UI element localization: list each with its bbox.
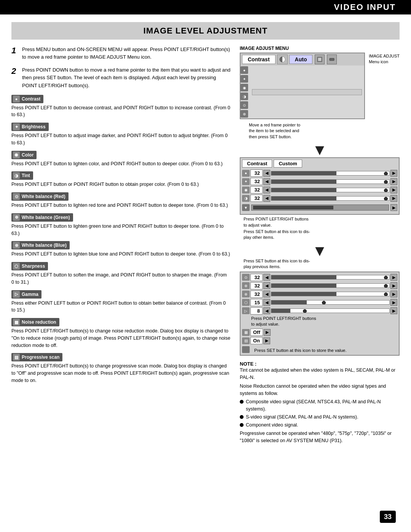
svg-rect-2 bbox=[318, 58, 321, 61]
row-right-btn-b0[interactable]: ▶ bbox=[390, 274, 397, 281]
contrast-tab[interactable]: Contrast bbox=[242, 55, 276, 64]
li-brightness: ✦ bbox=[241, 75, 248, 83]
row-right-btn-b4[interactable]: ▶ bbox=[390, 307, 397, 314]
section-title-bar: IMAGE LEVEL ADJUSTMENT bbox=[11, 22, 400, 40]
callout-2-text: Press POINT LEFT/RIGHT buttonsto adjust … bbox=[244, 216, 400, 228]
row-bar-fill-b3 bbox=[271, 300, 307, 304]
feature-progressive-desc: Press POINT LEFT/RIGHT button(s) to chan… bbox=[11, 363, 231, 384]
feature-contrast-label: ● Contrast bbox=[11, 95, 43, 103]
off-arrow-btn[interactable]: ▶ bbox=[264, 329, 271, 336]
row-right-btn-3[interactable]: ▶ bbox=[390, 195, 397, 202]
feature-gamma-desc: Press either POINT LEFT button or POINT … bbox=[11, 300, 231, 314]
row-bar-b2 bbox=[271, 292, 390, 296]
row-bar-fill-b4 bbox=[271, 309, 290, 313]
value-rows-top-group: ● 32 ◀ ▶ ✦ 32 ◀ bbox=[242, 169, 397, 202]
callout-3: Press SET button at this icon to dis-pla… bbox=[244, 229, 400, 241]
off-on-row-0: ▦ Off ▶ bbox=[242, 329, 397, 336]
bullet-dot-1 bbox=[240, 415, 244, 419]
row-value-b1: 32 bbox=[250, 282, 263, 289]
row-right-btn-b3[interactable]: ▶ bbox=[390, 299, 397, 306]
row-left-btn-b3[interactable]: ◀ bbox=[263, 299, 270, 306]
on-arrow-btn[interactable]: ▶ bbox=[263, 337, 270, 344]
row-left-btn-2[interactable]: ◀ bbox=[263, 187, 270, 193]
row-bar-2 bbox=[271, 188, 390, 192]
step-1-text: Press MENU button and ON-SCREEN MENU wil… bbox=[22, 46, 231, 61]
row-right-btn-b1[interactable]: ▶ bbox=[390, 282, 397, 289]
callout-4-text: Press SET button at this icon to dis-pla… bbox=[244, 258, 400, 270]
row-left-btn-b0[interactable]: ◀ bbox=[263, 274, 270, 281]
custom-menu-box-2: ⊙ 32 ◀ ▶ ⊕ 32 ◀ ▶ ⊗ bbox=[240, 272, 400, 356]
row-bar-fill-b1 bbox=[271, 284, 336, 288]
callout-1: Move a red frame pointer tothe item to b… bbox=[249, 122, 365, 140]
feature-brightness-desc: Press POINT LEFT button to adjust image … bbox=[11, 132, 231, 147]
row-bar-b4 bbox=[271, 308, 390, 313]
row-left-btn-3[interactable]: ◀ bbox=[263, 195, 270, 202]
feature-tint: ◑ Tint Press POINT LEFT button or POINT … bbox=[11, 171, 231, 188]
bullet-2: Component video signal. bbox=[240, 422, 400, 429]
row-value-b2: 32 bbox=[250, 291, 263, 298]
row-left-btn-0[interactable]: ◀ bbox=[263, 170, 270, 177]
row-bar-fill-2 bbox=[271, 188, 336, 192]
row-bar-1 bbox=[271, 179, 390, 184]
row-icon-1: ✦ bbox=[242, 178, 250, 185]
feature-wb-green-label: ⊕ White balance (Green) bbox=[11, 213, 73, 222]
auto-tab[interactable]: Auto bbox=[289, 55, 313, 64]
row-bar-dot-1 bbox=[384, 180, 388, 184]
sharpness-icon: ⬡ bbox=[13, 263, 20, 270]
sep-arrow-btn[interactable]: ▶ bbox=[390, 204, 397, 211]
menu-icon-btn-1[interactable] bbox=[315, 54, 325, 64]
value-row-b4: ▷ 8 ◀ ▶ bbox=[242, 307, 397, 315]
row-right-btn-1[interactable]: ▶ bbox=[390, 178, 397, 185]
bullet-text-2: Component video signal. bbox=[246, 422, 298, 429]
row-left-btn-b4[interactable]: ◀ bbox=[263, 307, 270, 314]
color-icon: ◉ bbox=[13, 152, 20, 158]
row-value-2: 32 bbox=[250, 186, 263, 193]
row-left-btn-1[interactable]: ◀ bbox=[263, 178, 270, 185]
row-icon-b0: ⊙ bbox=[242, 274, 250, 281]
note-section: NOTE : Tint cannot be adjusted when the … bbox=[240, 361, 400, 444]
off-value: Off bbox=[250, 329, 263, 336]
callout-5: Press POINT LEFT/RIGHT buttonsto adjust … bbox=[251, 316, 397, 328]
step-2: 2 Press POINT DOWN button to move a red … bbox=[11, 66, 231, 89]
feature-contrast: ● Contrast Press POINT LEFT button to de… bbox=[11, 95, 231, 119]
pointer-bar bbox=[252, 89, 362, 95]
main-content: 1 Press MENU button and ON-SCREEN MENU w… bbox=[0, 46, 411, 444]
image-adjust-menu-label: IMAGE ADJUST MENU bbox=[240, 46, 400, 51]
li-contrast: ● bbox=[241, 66, 248, 74]
svg-rect-3 bbox=[330, 58, 334, 61]
row-icon-b4: ▷ bbox=[242, 307, 250, 314]
feature-gamma-label: ▷ Gamma bbox=[11, 290, 41, 299]
gamma-icon: ▷ bbox=[13, 291, 20, 298]
sep-icon-down: ▼ bbox=[242, 204, 250, 211]
feature-noise-desc: Press POINT LEFT/RIGHT button(s) to chan… bbox=[11, 328, 231, 349]
row-bar-dot-b2 bbox=[384, 292, 388, 296]
row-right-btn-b2[interactable]: ▶ bbox=[390, 291, 397, 297]
bullet-text-0: Composite video signal (SECAM, NTSC4.43,… bbox=[246, 398, 400, 413]
page-header: VIDEO INPUT bbox=[0, 0, 411, 14]
menu-icon-btn-2[interactable] bbox=[327, 54, 337, 64]
row-bar-dot-b0 bbox=[384, 276, 388, 280]
row-icon-b1: ⊕ bbox=[242, 282, 250, 289]
row-bar-fill-1 bbox=[271, 180, 336, 184]
row-right-btn-2[interactable]: ▶ bbox=[390, 187, 397, 193]
row-left-btn-b1[interactable]: ◀ bbox=[263, 282, 270, 289]
progressive-note: Progressive cannot be operated when "480… bbox=[240, 430, 400, 444]
row-bar-fill-b2 bbox=[271, 292, 336, 296]
li-color: ◉ bbox=[241, 84, 248, 91]
row-left-btn-b2[interactable]: ◀ bbox=[263, 291, 270, 297]
store-row: Press SET button at this icon to store t… bbox=[242, 346, 397, 353]
row-right-btn-0[interactable]: ▶ bbox=[390, 170, 397, 177]
row-bar-b3 bbox=[271, 300, 390, 305]
feature-progressive-label: ▤ Progressive scan bbox=[11, 353, 62, 361]
menu-inner-top: ● ✦ ◉ ◑ ⊙ ⊕ bbox=[241, 66, 364, 118]
feature-sharpness-desc: Press POINT LEFT button to soften the im… bbox=[11, 272, 231, 286]
page-number: 33 bbox=[380, 511, 396, 523]
row-bar-dot-b1 bbox=[384, 284, 388, 288]
custom-contrast-tab[interactable]: Contrast bbox=[242, 160, 272, 168]
custom-custom-tab[interactable]: Custom bbox=[274, 160, 302, 168]
row-value-b0: 32 bbox=[250, 274, 263, 281]
feature-noise: ▦ Noise reduction Press POINT LEFT/RIGHT… bbox=[11, 318, 231, 349]
off-icon: ▦ bbox=[242, 329, 250, 336]
feature-wb-blue: ⊗ White balance (Blue) Press POINT LEFT … bbox=[11, 241, 231, 258]
feature-brightness-label: ✦ Brightness bbox=[11, 123, 49, 131]
